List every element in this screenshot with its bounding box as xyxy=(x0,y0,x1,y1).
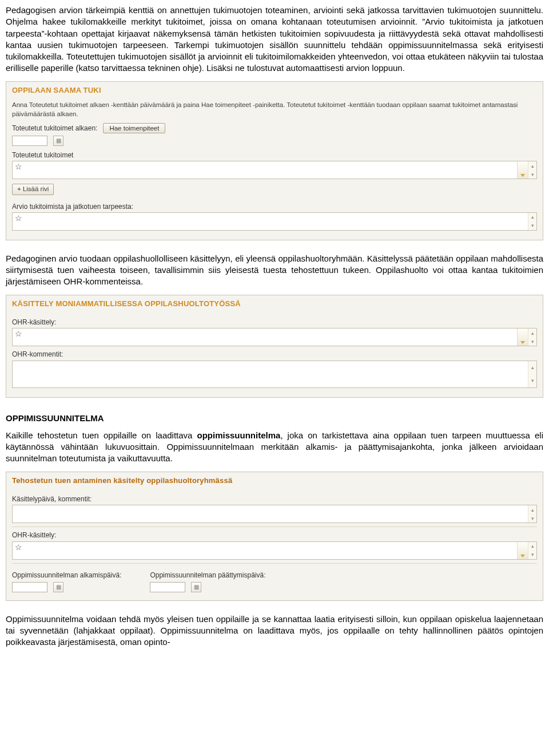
para3-bold: oppimissuunnitelma xyxy=(197,430,281,440)
star-icon: ☆ xyxy=(13,328,26,339)
ohr-handling-field[interactable]: ☆ ▴▾ xyxy=(12,328,537,346)
panel-oppilaan-saama-tuki: OPPILAAN SAAMA TUKI Anna Toteutetut tuki… xyxy=(6,81,543,240)
plan-start-input[interactable] xyxy=(12,582,47,592)
plan-end-input[interactable] xyxy=(150,582,185,592)
dropdown-icon[interactable] xyxy=(517,542,528,559)
ohr-handling-label: OHR-käsittely: xyxy=(12,318,537,327)
divider xyxy=(12,563,537,564)
plan-start-label: Oppimissuunnitelman alkamispäivä: xyxy=(12,571,121,580)
calendar-icon[interactable]: ▦ xyxy=(191,582,201,592)
para3-prefix: Kaikille tehostetun tuen oppilaille on l… xyxy=(6,430,197,440)
scroll-arrows[interactable]: ▴▾ xyxy=(528,213,536,230)
paragraph-3: Kaikille tehostetun tuen oppilaille on l… xyxy=(6,430,543,465)
paragraph-2: Pedagoginen arvio tuodaan oppilashuollol… xyxy=(6,253,543,288)
ohr-comments-label: OHR-kommentit: xyxy=(12,350,537,359)
done-actions-field[interactable]: ☆ ▴▾ xyxy=(12,161,537,179)
panel3-ohr-label: OHR-käsittely: xyxy=(12,531,537,540)
dropdown-icon[interactable] xyxy=(517,328,528,346)
plan-end-label: Oppimissuunnitelman päättymispäivä: xyxy=(150,571,265,580)
scroll-arrows[interactable]: ▴▾ xyxy=(528,542,536,559)
handling-day-field[interactable]: ▴▾ xyxy=(12,505,537,523)
fetch-actions-button[interactable]: Hae toimenpiteet xyxy=(103,123,165,133)
star-icon: ☆ xyxy=(13,542,26,553)
eval-field[interactable]: ☆ ▴▾ xyxy=(12,212,537,231)
panel3-ohr-field[interactable]: ☆ ▴▾ xyxy=(12,541,537,560)
paragraph-1: Pedagogisen arvion tärkeimpiä kenttiä on… xyxy=(6,5,543,74)
section-heading-oppimissuunnitelma: OPPIMISSUUNNITELMA xyxy=(6,413,543,424)
star-icon: ☆ xyxy=(13,213,26,224)
divider xyxy=(12,527,537,527)
paragraph-4: Oppimissuunnitelma voidaan tehdä myös yl… xyxy=(6,613,543,648)
scroll-arrows[interactable]: ▴▾ xyxy=(528,161,536,179)
scroll-arrows[interactable]: ▴▾ xyxy=(528,361,536,387)
panel1-title: OPPILAAN SAAMA TUKI xyxy=(6,82,543,97)
dropdown-icon[interactable] xyxy=(517,161,528,179)
ohr-comments-field[interactable]: ▴▾ xyxy=(12,361,537,388)
scroll-arrows[interactable]: ▴▾ xyxy=(528,505,536,523)
panel-tehostettu-tuki: Tehostetun tuen antaminen käsitelty oppi… xyxy=(6,472,543,601)
done-actions-label: Toteutetut tukitoimet xyxy=(12,151,537,160)
panel2-title: KÄSITTELY MONIAMMATILLISESSA OPPILASHUOL… xyxy=(6,295,543,310)
add-row-button[interactable]: + Lisää rivi xyxy=(12,184,54,195)
start-date-input[interactable] xyxy=(12,136,47,146)
calendar-icon[interactable]: ▦ xyxy=(53,582,63,592)
star-icon: ☆ xyxy=(13,161,26,172)
scroll-arrows[interactable]: ▴▾ xyxy=(528,328,536,346)
calendar-icon[interactable]: ▦ xyxy=(53,136,63,146)
start-date-label: Toteutetut tukitoimet alkaen: xyxy=(12,124,97,133)
panel-moniammatillinen: KÄSITTELY MONIAMMATILLISESSA OPPILASHUOL… xyxy=(6,295,543,398)
eval-label: Arvio tukitoimista ja jatkotuen tarpeest… xyxy=(12,202,537,211)
handling-day-label: Käsittelypäivä, kommentit: xyxy=(12,494,537,504)
panel1-helptext: Anna Toteutetut tukitoimet alkaen -kentt… xyxy=(12,101,537,118)
panel3-title: Tehostetun tuen antaminen käsitelty oppi… xyxy=(6,472,543,487)
